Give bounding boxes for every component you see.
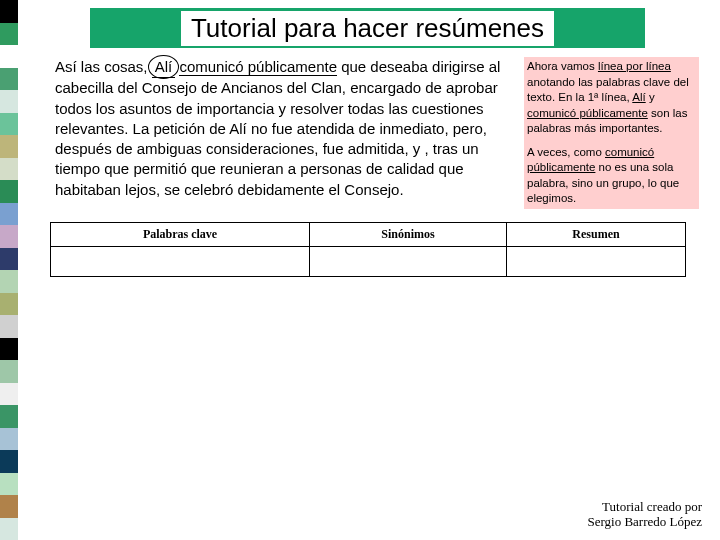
text: anotando las palabras clave del texto. E… — [527, 76, 689, 104]
text: A veces, como — [527, 146, 605, 158]
footer-credit: Tutorial creado por Sergio Barredo López — [587, 499, 702, 530]
underline: línea por línea — [598, 60, 671, 72]
col-header-keywords: Palabras clave — [51, 223, 310, 247]
underline: comunicó públicamente — [527, 107, 648, 119]
col-header-summary: Resumen — [506, 223, 685, 247]
keywords-table: Palabras clave Sinónimos Resumen — [50, 222, 686, 277]
keyword-ali: Alí — [152, 57, 176, 78]
text: que deseaba dirigirse al cabecilla del C… — [55, 58, 500, 198]
side-note: Ahora vamos línea por línea anotando las… — [524, 57, 699, 209]
keyword-comunico: comunicó públicamente — [179, 58, 337, 76]
footer-line: Tutorial creado por — [587, 499, 702, 515]
decorative-stripe — [0, 0, 18, 540]
title-band: Tutorial para hacer resúmenes — [90, 8, 645, 48]
main-paragraph: Así las cosas, Alí comunicó públicamente… — [55, 57, 515, 200]
page-title: Tutorial para hacer resúmenes — [181, 11, 554, 46]
text: Ahora vamos — [527, 60, 598, 72]
table-cell — [506, 247, 685, 277]
table-cell — [310, 247, 507, 277]
table-cell — [51, 247, 310, 277]
text: Así las cosas, — [55, 58, 152, 75]
footer-author: Sergio Barredo López — [587, 514, 702, 530]
underline: Alí — [632, 91, 645, 103]
text: y — [646, 91, 655, 103]
col-header-synonyms: Sinónimos — [310, 223, 507, 247]
